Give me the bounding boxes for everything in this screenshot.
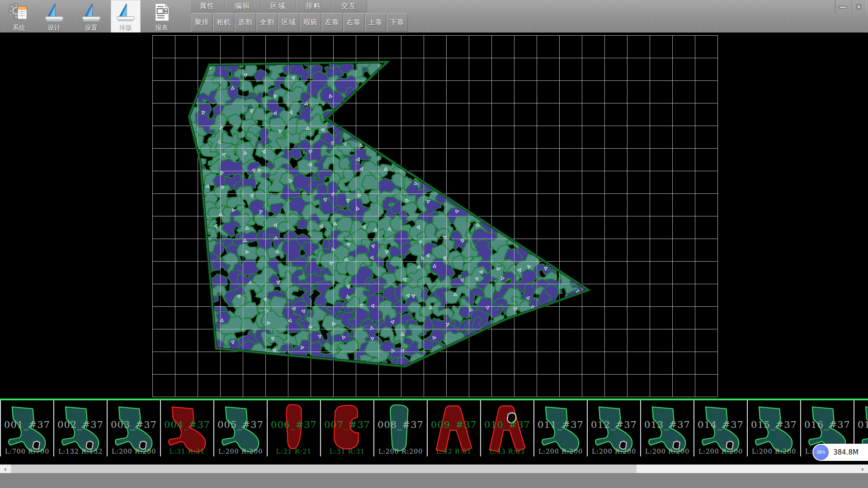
piece-thumbnail[interactable]: 008_#37 L:200 R:200 — [374, 400, 428, 456]
status-bar — [0, 473, 868, 488]
piece-lr-count-label: L:200 R:200 — [214, 448, 267, 455]
piece-thumbnail[interactable]: 010_#37 L:33 R:33 — [481, 400, 534, 456]
piece-id-label: 001_#37 — [1, 419, 53, 430]
piece-thumbnail[interactable]: 011_#37 L:200 R:200 — [534, 400, 588, 456]
piece-id-label: 012_#37 — [588, 419, 640, 430]
piece-lr-count-label: L:31 R:31 — [161, 448, 213, 455]
toolbar-button-design[interactable]: 设计 — [39, 0, 69, 33]
action-button-row: 聚排 相机 选割 全割 区域 瑕疵 左靠 右靠 上靠 下靠 — [192, 13, 408, 32]
nesting-canvas[interactable] — [0, 33, 868, 399]
toolbar-button-nesting[interactable]: 排版 — [111, 0, 141, 33]
piece-lr-count-label: L:33 R:33 — [481, 448, 533, 455]
scrollbar-thumb[interactable] — [11, 465, 637, 473]
piece-lr-count-label: L:200 R:200 — [374, 448, 427, 455]
piece-thumbnail[interactable]: 005_#37 L:200 R:200 — [214, 400, 268, 456]
action-align-left[interactable]: 左靠 — [322, 13, 343, 32]
piece-thumbnail[interactable]: 001_#37 L:700 R:700 — [1, 400, 54, 456]
piece-id-label: 009_#37 — [428, 419, 480, 430]
piece-thumbnail[interactable]: 012_#37 L:200 R:200 — [588, 400, 641, 456]
piece-id-label: 008_#37 — [374, 419, 427, 430]
menu-tab-interaction[interactable]: 交互 — [332, 0, 367, 12]
action-select-cut[interactable]: 选割 — [235, 13, 256, 32]
action-align-top[interactable]: 上靠 — [365, 13, 386, 32]
piece-id-label: 007_#37 — [321, 419, 373, 430]
horizontal-scrollbar[interactable]: ‹ › — [0, 465, 868, 473]
menu-tab-edit[interactable]: 编辑 — [225, 0, 260, 12]
piece-lr-count-label: L:200 R:200 — [641, 448, 693, 455]
main-toolbar: 系统 设计 设置 — [0, 0, 868, 33]
piece-thumbnail[interactable]: 014_#37 L:200 R:200 — [694, 400, 748, 456]
toolbar-button-label: 系统 — [13, 23, 25, 32]
toolbar-button-label: 报表 — [156, 23, 168, 32]
toolbar-button-system[interactable]: 系统 — [4, 0, 34, 33]
action-defect[interactable]: 瑕疵 — [300, 13, 321, 32]
piece-lr-count-label: L:200 R:200 — [108, 448, 160, 455]
piece-thumbnail[interactable]: 004_#37 L:31 R:31 — [161, 400, 214, 456]
piece-lr-count-label: L:700 R:700 — [1, 448, 53, 455]
piece-lr-count-label: L:21 R:21 — [268, 448, 320, 455]
piece-lr-count-label: L:132 R:132 — [54, 448, 107, 455]
toolbar-button-label: 排版 — [119, 23, 132, 32]
piece-id-label: 013_#37 — [641, 419, 693, 430]
menu-tab-strip: 属性 编辑 区域 排料 交互 — [190, 0, 367, 12]
piece-thumbnail[interactable]: 002_#37 L:132 R:132 — [54, 400, 108, 456]
settings-ruler-icon — [81, 2, 102, 23]
piece-thumbnail[interactable]: 009_#37 L:32 R:31 — [428, 400, 481, 456]
piece-thumbnail[interactable]: 006_#37 L:21 R:21 — [268, 400, 321, 456]
action-align-bottom[interactable]: 下靠 — [387, 13, 408, 32]
memory-usage-badge: 38% 384.8M — [812, 444, 868, 461]
piece-id-label: 002_#37 — [54, 419, 107, 430]
piece-thumbnail[interactable]: 013_#37 L:200 R:200 — [641, 400, 694, 456]
piece-id-label: 017_#37 — [854, 419, 868, 430]
piece-id-label: 010_#37 — [481, 419, 533, 430]
memory-percent-indicator: 38% — [813, 445, 829, 460]
system-gear-icon — [9, 2, 29, 23]
toolbar-button-settings[interactable]: 设置 — [76, 0, 106, 33]
piece-thumbnail[interactable]: 007_#37 L:31 R:31 — [321, 400, 374, 456]
piece-id-label: 005_#37 — [214, 419, 267, 430]
scroll-right-arrow-icon[interactable]: › — [857, 465, 868, 473]
piece-thumbnail[interactable]: 015_#37 L:200 R:200 — [748, 400, 801, 456]
toolbar-button-label: 设置 — [85, 23, 98, 32]
piece-lr-count-label: L:200 R:200 — [534, 448, 587, 455]
action-cut-all[interactable]: 全割 — [257, 13, 278, 32]
piece-lr-count-label: L:200 R:200 — [588, 448, 640, 455]
toolbar-button-label: 设计 — [48, 23, 61, 32]
window-controls: — ✕ — [835, 0, 867, 14]
memory-size-label: 384.8M — [833, 448, 859, 456]
piece-id-label: 004_#37 — [161, 419, 213, 430]
piece-id-label: 003_#37 — [108, 419, 160, 430]
piece-id-label: 014_#37 — [694, 419, 747, 430]
piece-lr-count-label: L:32 R:31 — [428, 448, 480, 455]
menu-tab-nesting[interactable]: 排料 — [296, 0, 331, 12]
piece-lr-count-label: L:200 R:200 — [694, 448, 747, 455]
menu-tab-properties[interactable]: 属性 — [190, 0, 225, 12]
menu-tab-region[interactable]: 区域 — [261, 0, 296, 12]
piece-lr-count-label: L:200 R:200 — [748, 448, 800, 455]
nesting-ruler-icon — [115, 2, 136, 23]
design-ruler-icon — [44, 2, 65, 23]
toolbar-button-report[interactable]: 报表 — [147, 0, 177, 33]
piece-lr-count-label: L:31 R:31 — [321, 448, 373, 455]
close-button[interactable]: ✕ — [851, 0, 867, 14]
report-document-icon — [151, 2, 172, 23]
piece-id-label: 006_#37 — [268, 419, 320, 430]
piece-thumbnail-strip: 001_#37 L:700 R:700 002_#37 L:132 R:132 … — [0, 400, 868, 456]
minimize-button[interactable]: — — [835, 0, 851, 14]
piece-id-label: 016_#37 — [801, 419, 854, 430]
piece-id-label: 011_#37 — [534, 419, 587, 430]
action-camera[interactable]: 相机 — [213, 13, 234, 32]
action-region[interactable]: 区域 — [278, 13, 299, 32]
piece-thumbnail[interactable]: 003_#37 L:200 R:200 — [108, 400, 161, 456]
action-align-right[interactable]: 右靠 — [344, 13, 364, 32]
scroll-left-arrow-icon[interactable]: ‹ — [0, 465, 11, 473]
piece-id-label: 015_#37 — [748, 419, 800, 430]
action-cluster-nest[interactable]: 聚排 — [192, 13, 212, 32]
